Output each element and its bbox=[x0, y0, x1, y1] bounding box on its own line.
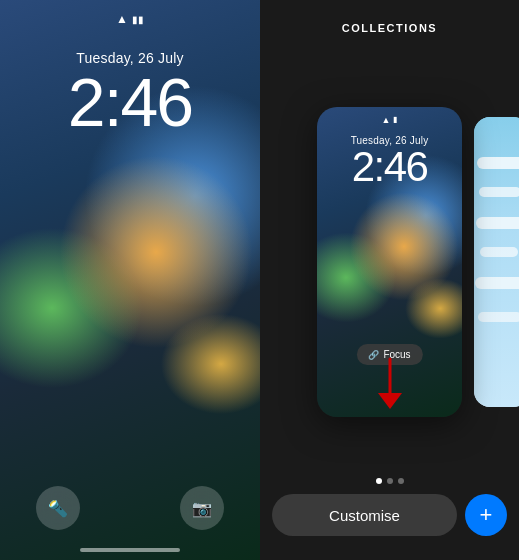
bottom-action-bar: Customise + bbox=[260, 494, 519, 560]
camera-button[interactable]: 📷 bbox=[180, 486, 224, 530]
card-status-bar: ▲ ▮ bbox=[317, 115, 462, 125]
bottom-controls: 🔦 📷 bbox=[0, 486, 260, 530]
battery-icon: ▮▮ bbox=[132, 14, 144, 25]
cards-area: ▲ ▮ Tuesday, 26 July 2:46 🔗 Focus bbox=[260, 46, 519, 478]
home-indicator bbox=[80, 548, 180, 552]
wifi-icon: ▲ bbox=[116, 12, 128, 26]
clock-area: Tuesday, 26 July 2:46 bbox=[0, 50, 260, 136]
time-label: 2:46 bbox=[0, 68, 260, 136]
svg-marker-1 bbox=[378, 393, 402, 409]
dot-3 bbox=[398, 478, 404, 484]
plus-button[interactable]: + bbox=[465, 494, 507, 536]
status-bar: ▲ ▮▮ bbox=[0, 12, 260, 26]
right-collections-panel: COLLECTIONS ▲ ▮ Tuesday, 26 July 2:46 🔗 … bbox=[260, 0, 519, 560]
customise-button[interactable]: Customise bbox=[272, 494, 457, 536]
torch-icon: 🔦 bbox=[48, 499, 68, 518]
card-battery-icon: ▮ bbox=[393, 115, 397, 125]
right-partial-card[interactable] bbox=[474, 117, 519, 407]
torch-button[interactable]: 🔦 bbox=[36, 486, 80, 530]
card-clock-area: Tuesday, 26 July 2:46 bbox=[317, 135, 462, 188]
customise-label: Customise bbox=[329, 507, 400, 524]
page-dots bbox=[376, 478, 404, 484]
camera-icon: 📷 bbox=[192, 499, 212, 518]
left-lockscreen-panel: ▲ ▮▮ Tuesday, 26 July 2:46 🔦 📷 bbox=[0, 0, 260, 560]
plus-icon: + bbox=[480, 502, 493, 528]
collections-title: COLLECTIONS bbox=[342, 0, 437, 46]
dot-2 bbox=[387, 478, 393, 484]
card-time-label: 2:46 bbox=[317, 146, 462, 188]
card-wifi-icon: ▲ bbox=[382, 115, 391, 125]
dot-1 bbox=[376, 478, 382, 484]
arrow-indicator bbox=[372, 357, 408, 416]
